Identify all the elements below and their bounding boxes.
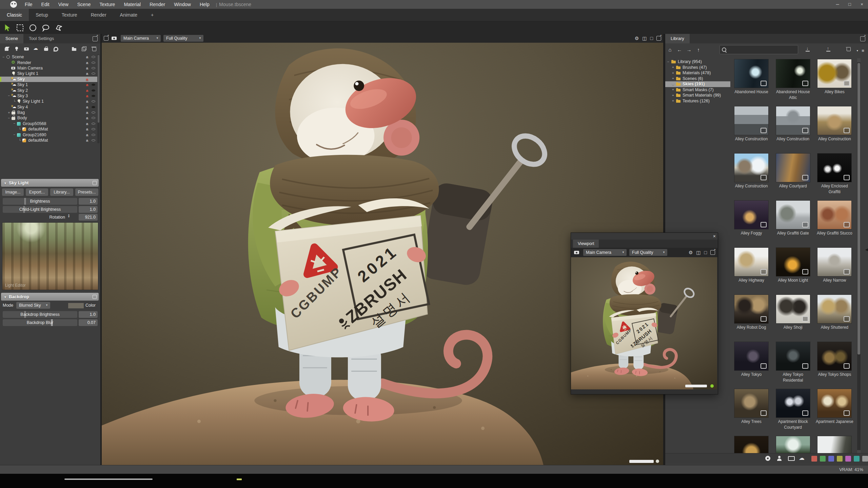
visibility-eye-icon[interactable] bbox=[91, 72, 96, 75]
library-item-thumbnail[interactable] bbox=[817, 106, 852, 135]
color-tag-swatch[interactable] bbox=[828, 456, 834, 462]
lock-icon[interactable]: a bbox=[85, 127, 90, 131]
lock-icon[interactable]: a bbox=[85, 138, 90, 142]
scene-tree-row[interactable]: − Scene a bbox=[0, 54, 98, 60]
sky-light-section-header[interactable]: ▼Sky Light bbox=[1, 179, 99, 187]
library-item-thumbnail[interactable] bbox=[817, 342, 852, 371]
menu-view[interactable]: View bbox=[54, 0, 73, 9]
section-menu-icon[interactable] bbox=[93, 181, 97, 185]
scene-tree-row[interactable]: − Sky 3 a bbox=[0, 93, 98, 99]
download-icon[interactable] bbox=[805, 46, 811, 52]
viewport-split-icon[interactable]: ◫ bbox=[642, 36, 647, 41]
library-item[interactable]: Alley Moon Light bbox=[773, 247, 813, 294]
delete-icon[interactable] bbox=[91, 46, 97, 52]
backdrop-color-swatch[interactable] bbox=[68, 303, 84, 309]
scene-tree-row[interactable]: Main Camera a bbox=[0, 65, 98, 71]
backdrop-blur-value[interactable]: 0.07 bbox=[79, 319, 98, 326]
menu-texture[interactable]: Texture bbox=[95, 0, 119, 9]
lock-icon[interactable]: a bbox=[85, 83, 90, 87]
scene-tree-row[interactable]: Sky a bbox=[0, 77, 98, 82]
library-item-thumbnail[interactable] bbox=[776, 342, 810, 371]
marquee-select-tool-icon[interactable] bbox=[14, 23, 26, 33]
tree-expander[interactable]: + bbox=[672, 65, 676, 69]
floating-viewport-scene[interactable] bbox=[571, 257, 717, 389]
library-item[interactable]: Abandoned House bbox=[731, 58, 772, 105]
quality-dropdown[interactable]: Full Quality ▼ bbox=[629, 249, 667, 256]
tree-expander[interactable]: └ bbox=[18, 127, 22, 131]
library-item[interactable]: Alley Narrow bbox=[814, 247, 855, 294]
workspace-tab[interactable]: Render bbox=[84, 9, 113, 21]
lock-icon[interactable]: a bbox=[85, 94, 90, 98]
library-scrollbar[interactable] bbox=[857, 58, 861, 454]
add-material-icon[interactable] bbox=[53, 46, 59, 52]
scene-tree-row[interactable]: └ Sky Light 1 a bbox=[0, 99, 98, 104]
tree-expander[interactable]: + bbox=[672, 88, 676, 92]
library-item[interactable]: Abandoned House Attic bbox=[773, 58, 813, 105]
library-item[interactable]: Alley Enclosed Graffiti bbox=[814, 152, 855, 200]
tree-expander[interactable]: + bbox=[672, 77, 676, 80]
lock-icon[interactable]: a bbox=[85, 105, 90, 109]
timeline-segment[interactable] bbox=[64, 479, 153, 480]
viewport-maximize-icon[interactable]: □ bbox=[650, 36, 653, 41]
library-button[interactable]: Library... bbox=[50, 188, 73, 196]
library-item-thumbnail[interactable] bbox=[734, 200, 769, 229]
tree-expander[interactable]: + bbox=[672, 82, 676, 86]
library-item-thumbnail[interactable] bbox=[734, 342, 769, 371]
up-level-icon[interactable]: ↑ bbox=[694, 47, 703, 53]
camera-dropdown[interactable]: Main Camera ▼ bbox=[121, 35, 161, 42]
menu-material[interactable]: Material bbox=[119, 0, 145, 9]
timeline-marker[interactable] bbox=[237, 479, 242, 480]
library-item[interactable]: Alley Foggy bbox=[731, 200, 772, 247]
workspace-tab[interactable]: + bbox=[144, 9, 160, 21]
home-icon[interactable]: ⌂ bbox=[665, 47, 675, 53]
menu-file[interactable]: File bbox=[20, 0, 37, 9]
library-item-thumbnail[interactable] bbox=[817, 436, 852, 454]
visibility-eye-icon[interactable] bbox=[91, 94, 96, 98]
library-item-thumbnail[interactable] bbox=[817, 389, 852, 418]
marmoset-account-icon[interactable] bbox=[764, 455, 772, 462]
quality-dropdown[interactable]: Full Quality ▼ bbox=[163, 35, 203, 42]
scene-tree-row[interactable]: Sky 1 a bbox=[0, 82, 98, 87]
forward-icon[interactable]: → bbox=[684, 47, 694, 53]
library-item[interactable]: Alley Tokyo bbox=[731, 341, 772, 388]
library-item-thumbnail[interactable] bbox=[817, 59, 852, 88]
visibility-eye-icon[interactable] bbox=[91, 139, 96, 142]
lock-icon[interactable]: a bbox=[85, 122, 90, 126]
library-item[interactable]: Alley Graffiti Gate bbox=[773, 200, 813, 247]
visibility-eye-icon[interactable] bbox=[91, 89, 96, 92]
lock-icon[interactable]: a bbox=[85, 61, 90, 65]
viewport-settings-gear-icon[interactable]: ⚙ bbox=[689, 250, 693, 255]
spin-down-icon[interactable]: ▼ bbox=[67, 216, 71, 218]
panel-collapse-arrow-icon[interactable]: ◀ bbox=[865, 247, 868, 252]
backdrop-mode-dropdown[interactable]: Blurred Sky ▼ bbox=[16, 302, 50, 309]
menu-scene[interactable]: Scene bbox=[73, 0, 95, 9]
back-icon[interactable]: ← bbox=[675, 47, 684, 53]
visibility-eye-icon[interactable] bbox=[91, 100, 96, 103]
lasso-select-tool-icon[interactable] bbox=[40, 23, 52, 33]
viewport-maximize-icon[interactable]: □ bbox=[704, 250, 707, 255]
library-item-thumbnail[interactable] bbox=[776, 59, 810, 88]
backdrop-section-header[interactable]: ▼Backdrop bbox=[1, 293, 99, 301]
library-item-thumbnail[interactable] bbox=[734, 153, 769, 182]
brightness-value[interactable]: 1.0 bbox=[79, 198, 98, 205]
visibility-eye-icon[interactable] bbox=[91, 55, 96, 59]
color-tag-swatch[interactable] bbox=[820, 456, 826, 462]
library-item-thumbnail[interactable] bbox=[734, 59, 769, 88]
lock-icon[interactable]: a bbox=[85, 66, 90, 70]
tree-expander[interactable]: + bbox=[672, 94, 676, 97]
tree-expander[interactable]: └ bbox=[18, 139, 22, 142]
tab-library[interactable]: Library bbox=[665, 34, 690, 43]
library-item[interactable]: Alley Graffiti Stucco bbox=[814, 200, 855, 247]
library-tree-row[interactable]: + Materials (478) bbox=[665, 70, 730, 76]
visibility-eye-icon[interactable] bbox=[91, 133, 96, 137]
visibility-eye-icon[interactable] bbox=[91, 61, 96, 64]
tree-expander[interactable]: + bbox=[672, 99, 676, 103]
floating-window-titlebar[interactable]: × bbox=[571, 233, 718, 240]
library-tree-row[interactable]: + Smart Materials (99) bbox=[665, 93, 730, 98]
panel-popout-icon[interactable] bbox=[93, 36, 98, 41]
library-tree-row[interactable]: + Textures (126) bbox=[665, 98, 730, 104]
visibility-eye-icon[interactable] bbox=[91, 111, 96, 114]
viewport-popout-icon[interactable] bbox=[710, 250, 715, 255]
library-item-thumbnail[interactable] bbox=[734, 294, 769, 324]
lock-icon[interactable]: a bbox=[85, 116, 90, 120]
